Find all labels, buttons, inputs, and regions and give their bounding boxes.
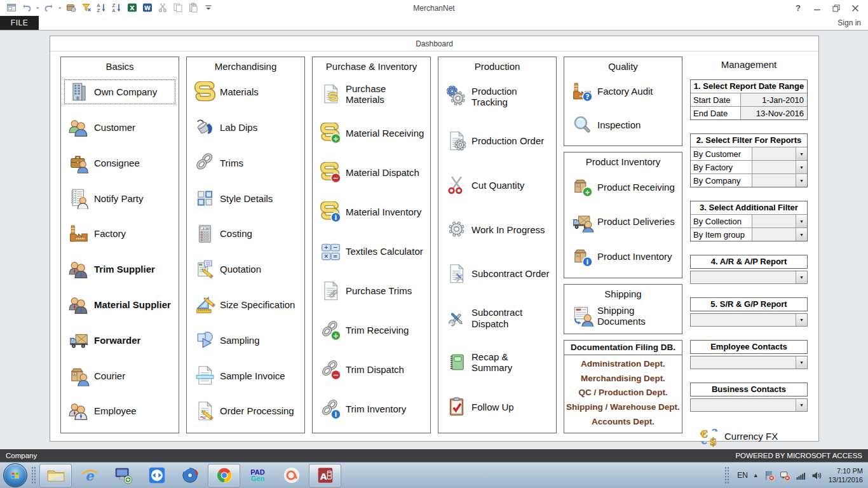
paste-icon[interactable] xyxy=(186,1,201,15)
dept-link-administration-dept[interactable]: Administration Dept. xyxy=(564,359,682,369)
speaker-icon[interactable] xyxy=(811,470,822,481)
taskbar-app-nero[interactable] xyxy=(174,464,207,487)
item-recap-summary[interactable]: Recap & Summary xyxy=(442,351,552,374)
item-textiles-calculator[interactable]: +−×=Textiles Calculator xyxy=(316,240,426,264)
item-material-supplier[interactable]: Material Supplier xyxy=(65,293,175,316)
export-excel-icon[interactable]: X xyxy=(125,1,140,15)
clock[interactable]: 7:10 PM 13/11/2016 xyxy=(829,466,863,485)
combo-by-factory[interactable]: ▼ xyxy=(752,161,807,173)
combo-by-customer[interactable]: ▼ xyxy=(752,147,807,160)
sort-asc-icon[interactable]: AZ xyxy=(94,1,109,15)
dropdown-button[interactable]: ▼ xyxy=(796,271,807,283)
item-purchase-trims[interactable]: Purchase Trims xyxy=(316,280,426,303)
minimize-button[interactable] xyxy=(808,1,827,15)
item-sample-invoice[interactable]: Sample Invoice xyxy=(191,364,301,388)
combo-business-contacts[interactable]: ▼ xyxy=(690,398,808,412)
network-signal-icon[interactable] xyxy=(796,470,806,481)
item-product-inventory[interactable]: iProduct Inventory xyxy=(568,245,678,268)
item-courier[interactable]: Courier xyxy=(65,364,175,388)
item-size-specification[interactable]: Size Specification xyxy=(191,293,301,316)
start-date-value[interactable]: 1-Jan-2010 xyxy=(740,93,807,106)
item-work-in-progress[interactable]: Work In Progress xyxy=(442,218,552,241)
taskbar-app-padgen[interactable]: PADGen xyxy=(241,464,274,487)
item-quotation[interactable]: Quotation xyxy=(191,257,301,281)
cut-icon[interactable] xyxy=(155,1,170,15)
item-purchase-materials[interactable]: Purchase Materials xyxy=(316,83,426,106)
language-indicator[interactable]: EN xyxy=(737,471,748,480)
dropdown-button[interactable]: ▼ xyxy=(796,399,807,411)
item-follow-up[interactable]: Follow Up xyxy=(442,395,552,419)
item-cut-quantity[interactable]: Cut Quantity xyxy=(442,173,552,197)
combo-by-collection[interactable]: ▼ xyxy=(752,215,807,227)
item-customer[interactable]: Customer xyxy=(65,116,175,139)
item-own-company[interactable]: Own Company xyxy=(65,80,175,104)
dropdown-button[interactable]: ▼ xyxy=(796,356,807,369)
item-order-processing[interactable]: Order Processing xyxy=(191,400,301,423)
item-lab-dips[interactable]: Lab Dips xyxy=(191,116,301,139)
item-production-order[interactable]: Production Order xyxy=(442,129,552,152)
dept-link-merchandising-dept[interactable]: Merchandising Dept. xyxy=(564,374,682,383)
device-problem-icon[interactable] xyxy=(780,470,790,481)
taskbar-app-teamviewer[interactable] xyxy=(140,464,173,487)
dept-link-accounts-dept[interactable]: Accounts Dept. xyxy=(564,417,682,426)
redo-menu-caret-icon[interactable] xyxy=(57,1,64,15)
item-production-tracking[interactable]: Production Tracking xyxy=(442,85,552,108)
combo-employee-contacts[interactable]: ▼ xyxy=(690,356,808,369)
form-view-icon[interactable] xyxy=(4,1,19,15)
taskbar-grip[interactable] xyxy=(31,466,36,484)
dropdown-button[interactable]: ▼ xyxy=(796,215,807,227)
file-tab[interactable]: FILE xyxy=(0,16,39,30)
taskbar-app-remote-desktop[interactable] xyxy=(107,464,139,487)
item-subcontract-order[interactable]: Subcontract Order xyxy=(442,262,552,285)
filter-icon[interactable] xyxy=(79,1,94,15)
more-commands-icon[interactable] xyxy=(201,1,216,15)
item-trim-dispatch[interactable]: −Trim Dispatch xyxy=(316,358,426,382)
item-forwarder[interactable]: Forwarder xyxy=(65,329,175,352)
dropdown-button[interactable]: ▼ xyxy=(796,314,807,326)
item-shipping-documents[interactable]: Shipping Documents xyxy=(568,304,678,328)
item-material-inventory[interactable]: iMaterial Inventory xyxy=(316,201,426,224)
item-materials[interactable]: Materials xyxy=(191,80,301,104)
redo-icon[interactable] xyxy=(41,1,57,15)
item-product-receiving[interactable]: +Product Receiving xyxy=(568,175,678,199)
item-material-dispatch[interactable]: −Material Dispatch xyxy=(316,161,426,185)
item-factory[interactable]: Factory xyxy=(65,222,175,246)
tab-dashboard[interactable]: Dashboard xyxy=(50,36,818,51)
item-consignee[interactable]: Consignee xyxy=(65,151,175,175)
start-button[interactable] xyxy=(3,463,27,487)
undo-menu-caret-icon[interactable] xyxy=(34,1,41,15)
show-hidden-icons-button[interactable]: ▲ xyxy=(753,472,759,478)
close-button[interactable] xyxy=(846,1,865,15)
taskbar-app-ammyy[interactable] xyxy=(275,464,308,487)
item-material-receiving[interactable]: +Material Receiving xyxy=(316,122,426,146)
item-trim-inventory[interactable]: iTrim Inventory xyxy=(316,398,426,421)
item-factory-audit[interactable]: ?Factory Audit xyxy=(568,79,678,103)
combo-by-company[interactable]: ▼ xyxy=(752,174,807,187)
action-center-icon[interactable] xyxy=(764,470,775,481)
item-inspection[interactable]: Inspection xyxy=(568,113,678,137)
dept-link-qc-production-dept[interactable]: QC / Production Dept. xyxy=(564,388,682,397)
tray-grip[interactable] xyxy=(724,466,729,484)
item-notify-party[interactable]: Notify Party xyxy=(65,187,175,210)
item-subcontract-dispatch[interactable]: Subcontract Dispatch xyxy=(442,306,552,330)
taskbar-app-explorer[interactable] xyxy=(39,464,72,487)
end-date-value[interactable]: 13-Nov-2016 xyxy=(740,107,807,119)
dropdown-button[interactable]: ▼ xyxy=(796,147,807,160)
sign-in-link[interactable]: Sign in xyxy=(837,16,861,30)
sort-desc-icon[interactable]: ZA xyxy=(109,1,125,15)
item-trim-supplier[interactable]: Trim Supplier xyxy=(65,257,175,281)
taskbar-app-access[interactable]: A xyxy=(309,464,341,487)
item-product-deliveries[interactable]: Product Deliveries xyxy=(568,210,678,233)
help-button[interactable]: ? xyxy=(789,1,808,15)
combo-by-item-group[interactable]: ▼ xyxy=(752,228,807,241)
taskbar-app-ie[interactable]: e xyxy=(73,464,105,487)
dept-link-shipping-warehouse-dept[interactable]: Shipping / Warehouse Dept. xyxy=(564,402,682,412)
export-word-icon[interactable]: W xyxy=(140,1,155,15)
taskbar-app-chrome[interactable] xyxy=(208,464,240,487)
combo-4-a-r-a-p-report[interactable]: ▼ xyxy=(690,271,808,284)
restore-button[interactable] xyxy=(827,1,846,15)
item-trims[interactable]: Trims xyxy=(191,151,301,175)
item-style-details[interactable]: Style Details xyxy=(191,187,301,210)
item-sampling[interactable]: Sampling xyxy=(191,329,301,352)
manage-records-icon[interactable] xyxy=(64,1,79,15)
